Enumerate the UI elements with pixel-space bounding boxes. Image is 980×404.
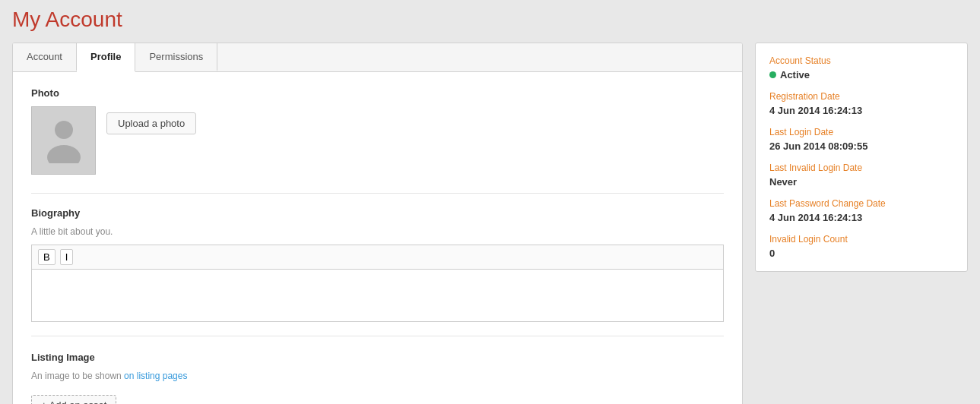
biography-label: Biography (31, 207, 724, 219)
listing-image-hint: An image to be shown on listing pages (31, 371, 724, 381)
listing-image-section: Listing Image An image to be shown on li… (31, 352, 724, 404)
last-login-row: Last Login Date 26 Jun 2014 08:09:55 (769, 127, 953, 152)
tab-permissions[interactable]: Permissions (135, 43, 217, 71)
account-status-label: Account Status (769, 55, 953, 66)
content-panel: Account Profile Permissions Photo (12, 43, 743, 404)
listing-hint-link[interactable]: on listing pages (124, 371, 187, 381)
last-password-value: 4 Jun 2014 16:24:13 (769, 212, 953, 223)
account-status-row: Account Status Active (769, 55, 953, 80)
photo-placeholder (31, 106, 96, 175)
invalid-login-count-value: 0 (769, 248, 953, 259)
last-invalid-login-label: Last Invalid Login Date (769, 163, 953, 173)
registration-date-value: 4 Jun 2014 16:24:13 (769, 105, 953, 116)
last-login-label: Last Login Date (769, 127, 953, 137)
svg-point-1 (47, 145, 81, 163)
invalid-login-count-label: Invalid Login Count (769, 234, 953, 245)
last-invalid-login-value: Never (769, 176, 953, 188)
biography-section: Biography A little bit about you. B I (31, 207, 724, 322)
upload-photo-button[interactable]: Upload a photo (106, 112, 196, 134)
editor-toolbar: B I (31, 245, 724, 269)
last-password-label: Last Password Change Date (769, 198, 953, 209)
invalid-login-count-row: Invalid Login Count 0 (769, 234, 953, 259)
photo-row: Upload a photo (31, 106, 724, 175)
divider-1 (31, 193, 724, 194)
biography-hint: A little bit about you. (31, 226, 724, 237)
last-password-row: Last Password Change Date 4 Jun 2014 16:… (769, 198, 953, 223)
registration-date-row: Registration Date 4 Jun 2014 16:24:13 (769, 91, 953, 116)
italic-button[interactable]: I (60, 249, 74, 265)
status-dot-icon (769, 71, 776, 78)
tabs-bar: Account Profile Permissions (13, 43, 742, 72)
tab-profile[interactable]: Profile (77, 43, 135, 72)
photo-section: Photo Upload a photo (31, 87, 724, 175)
listing-image-label: Listing Image (31, 352, 724, 363)
photo-label: Photo (31, 87, 724, 99)
add-asset-button[interactable]: + Add an asset (31, 395, 116, 404)
page-title: My Account (12, 8, 968, 32)
registration-date-label: Registration Date (769, 91, 953, 102)
tab-account[interactable]: Account (13, 43, 77, 71)
biography-editor[interactable] (31, 269, 724, 322)
last-login-value: 26 Jun 2014 08:09:55 (769, 140, 953, 152)
last-invalid-login-row: Last Invalid Login Date Never (769, 163, 953, 188)
account-status-value: Active (769, 69, 953, 80)
listing-hint-text: An image to be shown (31, 371, 124, 381)
avatar-silhouette (45, 118, 83, 163)
sidebar-panel: Account Status Active Registration Date … (755, 43, 968, 272)
bold-button[interactable]: B (38, 249, 56, 265)
profile-content: Photo Upload a photo Biograp (13, 72, 742, 404)
divider-2 (31, 336, 724, 336)
svg-point-0 (55, 121, 73, 139)
account-status-text: Active (780, 69, 810, 80)
